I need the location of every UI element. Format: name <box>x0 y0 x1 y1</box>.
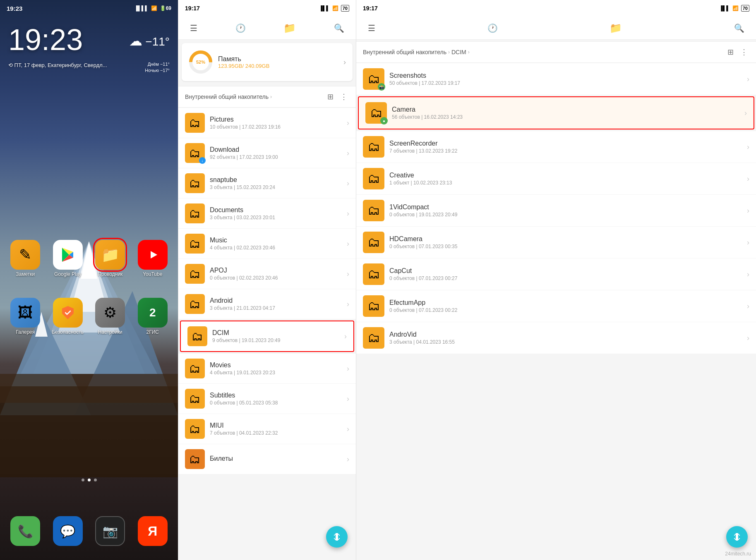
fm-wifi: 📶 <box>332 5 338 11</box>
folder-info: DCIM 9 объектов | 19.01.2023 20:49 <box>212 329 344 343</box>
dot-1 <box>82 479 84 481</box>
folder-icon: 🗂 <box>185 419 205 439</box>
creative-folder-icon: 🗂 <box>363 168 384 189</box>
weather-icon: ☁ <box>129 34 142 48</box>
dcim-fab-button[interactable] <box>726 526 748 548</box>
fm-menu-icon[interactable]: ☰ <box>187 20 201 36</box>
storage-card[interactable]: 52% Память 123.95GB/ 240.09GB › <box>182 43 353 81</box>
folder-icon: 🗂 <box>185 294 205 314</box>
folder-arrow: › <box>747 75 749 84</box>
dcim-breadcrumb-sep: › <box>448 49 450 55</box>
breadcrumb-root: Внутренний общий накопитель <box>185 93 269 100</box>
app-settings[interactable]: ⚙ Настройки <box>91 298 129 335</box>
fm-history-icon[interactable]: 🕐 <box>232 20 249 36</box>
folder-arrow: › <box>347 364 349 373</box>
fm-search-icon[interactable]: 🔍 <box>331 20 348 36</box>
app-notes[interactable]: ✎ Заметки <box>7 240 44 277</box>
fm-file-list: 🗂 Pictures 10 объектов | 17.02.2023 19:1… <box>178 108 356 560</box>
yandex-icon: Я <box>138 516 168 546</box>
folder-arrow: › <box>347 119 349 127</box>
dock-camera[interactable]: 📷 <box>91 516 129 548</box>
folder-info: MIUI 7 объектов | 04.01.2023 22:32 <box>210 422 347 436</box>
folder-efectumapp[interactable]: 🗂 EfectumApp 0 объектов | 07.01.2023 00:… <box>356 290 756 322</box>
dcim-file-list: 🗂 📸 Screenshots 50 объектов | 17.02.2023… <box>356 63 756 560</box>
folder-info: EfectumApp 0 объектов | 07.01.2023 00:22 <box>389 299 747 313</box>
screenshots-badge: 📸 <box>378 83 385 91</box>
app-2gis[interactable]: 2 2ГИС <box>134 298 171 335</box>
folder-download[interactable]: 🗂 ↓ Download 92 объекта | 17.02.2023 19:… <box>178 138 356 168</box>
app-security[interactable]: Безопасность <box>49 298 86 335</box>
storage-donut: 52% <box>188 50 213 74</box>
folder-apoj[interactable]: 🗂 APOJ 0 объектов | 02.02.2023 20:46 › <box>178 259 356 289</box>
folder-icon: 🗂 <box>185 203 205 223</box>
folder-android[interactable]: 🗂 Android 3 объекта | 21.01.2023 04:17 › <box>178 289 356 319</box>
folder-capcut[interactable]: 🗂 CapCut 0 объектов | 07.01.2023 00:27 › <box>356 258 756 290</box>
dcim-breadcrumb-sep2: › <box>468 49 470 55</box>
settings-icon: ⚙ <box>95 298 125 328</box>
androvid-folder-icon: 🗂 <box>363 327 384 349</box>
folder-icon: 🗂 <box>185 173 205 193</box>
files-icon: 📁 <box>95 240 125 270</box>
fm-breadcrumb: Внутренний общий накопитель › ⊞ ⋮ <box>178 86 356 108</box>
storage-name: Память <box>218 55 338 63</box>
dcim-history-icon[interactable]: 🕐 <box>484 20 501 36</box>
dot-2-active <box>88 479 91 481</box>
security-label: Безопасность <box>52 329 84 335</box>
dock-yandex[interactable]: Я <box>134 516 171 548</box>
folder-pictures[interactable]: 🗂 Pictures 10 объектов | 17.02.2023 19:1… <box>178 108 356 138</box>
folder-creative[interactable]: 🗂 Creative 1 объект | 10.02.2023 23:13 › <box>356 163 756 194</box>
folder-arrow: › <box>347 300 349 309</box>
app-files[interactable]: 📁 Проводник <box>91 240 129 277</box>
dcim-breadcrumb-root[interactable]: Внутренний общий накопитель <box>363 49 446 55</box>
storage-info: Память 123.95GB/ 240.09GB <box>218 55 338 69</box>
folder-dcim[interactable]: 🗂 DCIM 9 объектов | 19.01.2023 20:49 › <box>180 321 354 352</box>
folder-androvid[interactable]: 🗂 AndroVid 3 объекта | 04.01.2023 16:55 … <box>356 322 756 354</box>
screenshots-folder-icon: 🗂 📸 <box>363 68 384 90</box>
folder-music[interactable]: 🗂 Music 4 объекта | 02.02.2023 20:46 › <box>178 229 356 258</box>
folder-1vidcompact[interactable]: 🗂 1VidCompact 0 объектов | 19.01.2023 20… <box>356 195 756 226</box>
fm-grid-view-btn[interactable]: ⊞ <box>326 91 335 103</box>
app-youtube[interactable]: YouTube <box>134 240 171 277</box>
download-badge: ↓ <box>199 157 206 164</box>
notes-label: Заметки <box>16 271 35 277</box>
home-clock: 19:23 <box>7 5 22 12</box>
folder-snaptube[interactable]: 🗂 snaptube 3 объекта | 15.02.2023 20:24 … <box>178 168 356 198</box>
dcim-search-icon[interactable]: 🔍 <box>731 20 748 36</box>
app-google-play[interactable]: Google Play <box>49 240 86 277</box>
app-gallery[interactable]: 🖼 Галерея <box>7 298 44 335</box>
2gis-label: 2ГИС <box>146 329 159 335</box>
dock-messages[interactable]: 💬 <box>49 516 86 548</box>
messages-icon: 💬 <box>53 516 83 546</box>
home-weather-detail: Днём −11° Ночью −17° <box>145 61 170 74</box>
fm-fab-button[interactable] <box>326 526 348 548</box>
fm-status-icons: ▐▌▌ 📶 70 <box>319 5 349 12</box>
folder-camera[interactable]: 🗂 ● Camera 56 объектов | 16.02.2023 14:2… <box>358 96 754 129</box>
settings-label: Настройки <box>98 329 122 335</box>
folder-subtitles[interactable]: 🗂 Subtitles 0 объектов | 05.01.2023 05:3… <box>178 384 356 414</box>
folder-info: AndroVid 3 объекта | 04.01.2023 16:55 <box>389 331 747 345</box>
dcim-folder-icon[interactable]: 📁 <box>606 19 625 37</box>
folder-arrow: › <box>347 270 349 278</box>
folder-hdcamera[interactable]: 🗂 HDCamera 0 объектов | 07.01.2023 00:35… <box>356 227 756 258</box>
folder-documents[interactable]: 🗂 Documents 3 объекта | 03.02.2023 20:01… <box>178 199 356 228</box>
dock-phone[interactable]: 📞 <box>7 516 44 548</box>
battery-icon: 🔋69 <box>160 5 171 11</box>
folder-icon: 🗂 <box>185 234 205 254</box>
folder-miui[interactable]: 🗂 MIUI 7 объектов | 04.01.2023 22:32 › <box>178 414 356 444</box>
dcim-menu-icon[interactable]: ☰ <box>365 20 379 36</box>
dcim-more-btn[interactable]: ⋮ <box>739 46 749 58</box>
gallery-label: Галерея <box>16 329 35 335</box>
dcim-breadcrumb-folder[interactable]: DCIM <box>451 49 466 55</box>
folder-screenrecorder[interactable]: 🗂 ScreenRecorder 7 объектов | 13.02.2023… <box>356 131 756 163</box>
app-row-1: ✎ Заметки Google Play 📁 Проводник <box>4 240 174 277</box>
folder-screenshots[interactable]: 🗂 📸 Screenshots 50 объектов | 17.02.2023… <box>356 63 756 95</box>
fm-more-btn[interactable]: ⋮ <box>338 91 349 103</box>
folder-name: Pictures <box>210 116 347 123</box>
folder-info: Subtitles 0 объектов | 05.01.2023 05:38 <box>210 392 347 406</box>
folder-tickets[interactable]: 🗂 Билеты › <box>178 444 356 474</box>
folder-movies[interactable]: 🗂 Movies 4 объекта | 19.01.2023 20:23 › <box>178 354 356 383</box>
youtube-label: YouTube <box>143 271 162 277</box>
fm-folder-icon[interactable]: 📁 <box>280 19 299 37</box>
dcim-grid-btn[interactable]: ⊞ <box>726 46 735 58</box>
folder-icon: 🗂 <box>185 449 205 469</box>
